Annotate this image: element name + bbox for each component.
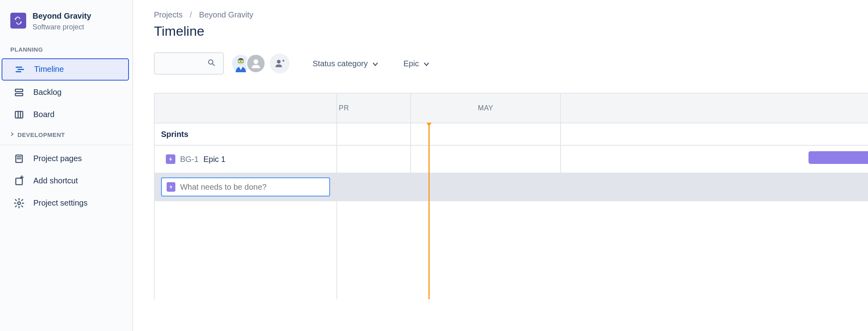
section-development[interactable]: DEVELOPMENT bbox=[0, 127, 132, 142]
sidebar-item-project-settings[interactable]: Project settings bbox=[2, 193, 129, 214]
breadcrumb-separator: / bbox=[190, 10, 192, 19]
svg-point-21 bbox=[253, 60, 258, 64]
timeline-icon bbox=[14, 64, 25, 75]
svg-point-14 bbox=[18, 202, 21, 204]
board-icon bbox=[13, 109, 25, 120]
filter-label: Epic bbox=[403, 59, 419, 68]
timeline-month-may: MAY bbox=[411, 94, 561, 123]
sidebar-item-label: Project pages bbox=[33, 154, 82, 163]
breadcrumbs: Projects / Beyond Gravity bbox=[154, 10, 868, 19]
gear-icon bbox=[13, 198, 25, 209]
sprints-row-left: Sprints bbox=[155, 123, 337, 145]
breadcrumb-current[interactable]: Beyond Gravity bbox=[199, 10, 253, 19]
chevron-down-icon bbox=[424, 59, 429, 68]
status-category-filter[interactable]: Status category bbox=[310, 56, 380, 71]
timeline-header-left bbox=[155, 94, 337, 123]
svg-rect-11 bbox=[16, 178, 22, 185]
chevron-right-icon bbox=[10, 132, 14, 137]
svg-rect-5 bbox=[15, 111, 23, 117]
project-header[interactable]: Beyond Gravity Software project bbox=[0, 11, 132, 41]
add-people-button[interactable] bbox=[270, 54, 290, 73]
main-content: Projects / Beyond Gravity Timeline Statu… bbox=[133, 0, 868, 331]
sidebar-item-add-shortcut[interactable]: Add shortcut bbox=[2, 171, 129, 191]
page-icon bbox=[13, 153, 25, 164]
toolbar: Status category Epic bbox=[154, 52, 868, 75]
backlog-icon bbox=[13, 87, 25, 98]
avatar-unassigned[interactable] bbox=[246, 54, 266, 73]
timeline-grid: PR MAY Sprints BG-1 Epic 1 bbox=[154, 93, 868, 299]
new-epic-input-container[interactable] bbox=[161, 177, 330, 196]
search-icon bbox=[207, 58, 216, 69]
timeline-month-next bbox=[561, 94, 868, 123]
sidebar-divider bbox=[0, 144, 132, 145]
today-marker bbox=[428, 123, 430, 299]
project-avatar-icon bbox=[10, 13, 26, 29]
svg-line-16 bbox=[213, 64, 215, 66]
epic-bar[interactable] bbox=[808, 151, 868, 164]
sidebar-item-backlog[interactable]: Backlog bbox=[2, 82, 129, 103]
new-epic-input[interactable] bbox=[180, 183, 325, 192]
project-name: Beyond Gravity bbox=[33, 11, 91, 21]
project-subtitle: Software project bbox=[33, 23, 91, 32]
assignee-avatars bbox=[231, 54, 290, 73]
svg-rect-4 bbox=[15, 93, 23, 96]
new-epic-row bbox=[155, 173, 868, 201]
epic-key: BG-1 bbox=[180, 155, 199, 164]
sidebar-item-label: Board bbox=[33, 110, 54, 119]
section-planning-label: PLANNING bbox=[0, 41, 132, 57]
page-title: Timeline bbox=[154, 23, 868, 39]
chevron-down-icon bbox=[373, 59, 378, 68]
epic-icon bbox=[167, 182, 175, 192]
add-shortcut-icon bbox=[13, 175, 25, 187]
sidebar: Beyond Gravity Software project PLANNING… bbox=[0, 0, 133, 331]
filter-label: Status category bbox=[313, 59, 368, 68]
timeline-body[interactable] bbox=[155, 201, 868, 299]
sidebar-item-timeline[interactable]: Timeline bbox=[2, 58, 129, 81]
timeline-month-apr: PR bbox=[337, 94, 411, 123]
search-input[interactable] bbox=[154, 52, 224, 75]
sidebar-item-label: Timeline bbox=[34, 65, 64, 74]
sidebar-item-label: Backlog bbox=[33, 88, 61, 97]
sidebar-item-board[interactable]: Board bbox=[2, 104, 129, 125]
svg-rect-3 bbox=[15, 89, 23, 91]
section-development-label: DEVELOPMENT bbox=[17, 131, 65, 138]
epic-title: Epic 1 bbox=[204, 155, 226, 164]
sidebar-item-label: Add shortcut bbox=[33, 176, 78, 185]
epic-row[interactable]: BG-1 Epic 1 bbox=[155, 146, 868, 173]
timeline-header: PR MAY bbox=[155, 94, 868, 123]
breadcrumb-root[interactable]: Projects bbox=[154, 10, 182, 19]
epic-icon bbox=[166, 154, 175, 164]
svg-point-22 bbox=[277, 60, 280, 64]
sprints-row: Sprints bbox=[155, 123, 868, 146]
epic-filter[interactable]: Epic bbox=[401, 56, 432, 71]
sidebar-item-project-pages[interactable]: Project pages bbox=[2, 148, 129, 169]
sprints-label: Sprints bbox=[161, 130, 188, 139]
sidebar-item-label: Project settings bbox=[33, 198, 88, 208]
